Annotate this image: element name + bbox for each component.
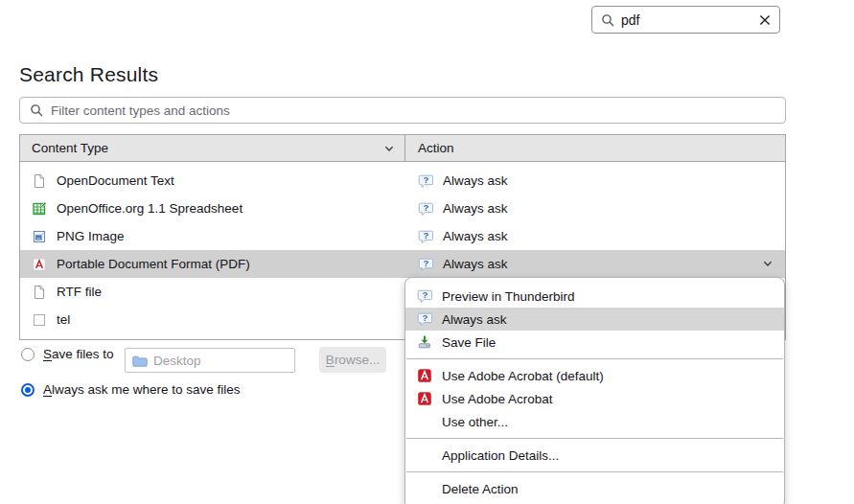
pdf-icon — [32, 257, 47, 272]
adobe-acrobat-icon — [417, 391, 432, 406]
sort-chevron-down-icon[interactable] — [383, 143, 395, 154]
save-files-to-label: Save files to — [43, 347, 114, 361]
menu-separator — [406, 438, 783, 439]
table-row[interactable]: OpenOffice.org 1.1 Spreadsheet Always as… — [20, 195, 785, 222]
settings-search-input[interactable] — [621, 12, 752, 28]
image-icon — [32, 229, 47, 244]
settings-search-box[interactable] — [591, 6, 780, 34]
table-row[interactable]: OpenDocument Text Always ask — [20, 167, 785, 195]
menu-item-always-ask[interactable]: Always ask — [405, 308, 784, 331]
filter-input[interactable] — [51, 103, 775, 118]
always-ask-save-option[interactable]: Always ask me where to save files — [21, 382, 241, 397]
folder-icon — [132, 355, 148, 367]
menu-item-use-adobe-acrobat-default[interactable]: Use Adobe Acrobat (default) — [405, 364, 784, 387]
spreadsheet-icon — [32, 201, 47, 217]
menu-separator — [406, 471, 783, 472]
page-title: Search Results — [19, 63, 158, 86]
save-file-icon — [417, 334, 432, 350]
browse-button[interactable]: Browse... — [319, 347, 386, 373]
clear-search-icon[interactable] — [759, 14, 771, 26]
menu-item-save-file[interactable]: Save File — [405, 331, 784, 354]
column-header-action[interactable]: Action — [405, 135, 785, 161]
radio-always-ask-save[interactable] — [21, 383, 35, 397]
question-bubble-icon — [417, 288, 432, 304]
question-bubble-icon — [418, 229, 433, 244]
menu-separator — [406, 358, 783, 359]
menu-item-use-adobe-acrobat[interactable]: Use Adobe Acrobat — [405, 387, 784, 410]
question-bubble-icon — [418, 257, 433, 272]
download-folder-field[interactable]: Desktop — [125, 348, 295, 373]
download-folder-value: Desktop — [153, 354, 201, 368]
column-header-content-type[interactable]: Content Type — [20, 135, 405, 161]
question-bubble-icon — [417, 311, 432, 327]
action-dropdown-chevron-icon[interactable] — [762, 258, 773, 269]
menu-item-delete-action[interactable]: Delete Action — [405, 477, 784, 500]
always-ask-save-label: Always ask me where to save files — [43, 382, 241, 397]
plain-file-icon — [32, 173, 47, 189]
question-bubble-icon — [418, 173, 433, 189]
table-row-selected-pdf[interactable]: Portable Document Format (PDF) Always as… — [20, 250, 785, 278]
radio-save-files-to[interactable] — [21, 348, 35, 361]
menu-item-use-other[interactable]: Use other... — [405, 410, 784, 433]
search-icon — [601, 13, 614, 27]
search-icon — [30, 103, 43, 117]
table-row[interactable]: PNG Image Always ask — [20, 222, 785, 250]
unknown-file-icon — [32, 312, 47, 328]
question-bubble-icon — [418, 201, 433, 217]
table-header: Content Type Action — [20, 135, 785, 162]
menu-item-preview-in-thunderbird[interactable]: Preview in Thunderbird — [405, 285, 784, 308]
menu-item-application-details[interactable]: Application Details... — [405, 444, 784, 467]
plain-file-icon — [32, 285, 47, 300]
save-files-to-option[interactable]: Save files to — [21, 347, 114, 361]
filter-box[interactable] — [19, 97, 786, 124]
action-dropdown-menu: Preview in Thunderbird Always ask Save F… — [404, 277, 785, 504]
adobe-acrobat-icon — [417, 368, 432, 383]
